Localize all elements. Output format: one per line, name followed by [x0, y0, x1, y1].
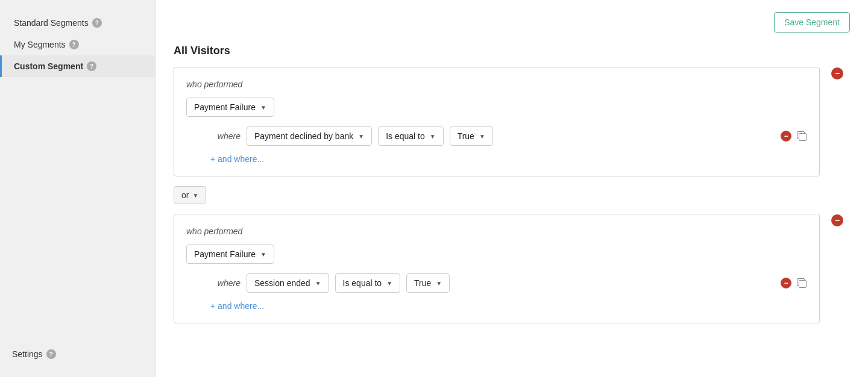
- property-dropdown-2-0[interactable]: Session ended ▼: [247, 273, 329, 293]
- segment-wrapper-2: who performed Payment Failure ▼ where Se…: [174, 214, 820, 323]
- value-dropdown-2-0[interactable]: True ▼: [406, 273, 450, 293]
- sidebar-item-custom-segment[interactable]: Custom Segment ?: [0, 55, 155, 77]
- where-label-2-0: where: [210, 278, 241, 288]
- standard-segments-label: Standard Segments: [14, 18, 89, 28]
- settings-help-icon[interactable]: ?: [46, 349, 56, 359]
- save-segment-button[interactable]: Save Segment: [774, 12, 850, 33]
- sidebar-spacer: [0, 77, 155, 343]
- sidebar-settings[interactable]: Settings ?: [0, 343, 155, 365]
- page-title: All Visitors: [174, 45, 850, 57]
- or-label: or: [181, 190, 189, 200]
- block-remove-icon-1: −: [831, 67, 843, 79]
- standard-segments-help-icon[interactable]: ?: [92, 18, 102, 28]
- property-dropdown-1-0[interactable]: Payment declined by bank ▼: [247, 126, 372, 146]
- where-row-remove-icon-1-0[interactable]: −: [781, 131, 791, 142]
- where-row-copy-icon-1-0[interactable]: [796, 131, 807, 142]
- block-remove-icon-2: −: [831, 214, 843, 226]
- event-dropdown-arrow-2: ▼: [260, 251, 266, 258]
- main-content: Save Segment All Visitors who performed …: [156, 0, 868, 377]
- operator-label-1-0: Is equal to: [386, 131, 425, 141]
- event-dropdown-1[interactable]: Payment Failure ▼: [186, 98, 274, 117]
- event-dropdown-row-2: Payment Failure ▼: [186, 245, 807, 264]
- settings-label: Settings: [12, 349, 43, 359]
- where-row-remove-icon-2-0[interactable]: −: [781, 278, 791, 288]
- who-performed-label-2: who performed: [186, 226, 807, 236]
- block-remove-button-2[interactable]: −: [831, 214, 844, 227]
- sidebar: Standard Segments ? My Segments ? Custom…: [0, 0, 156, 377]
- operator-label-2-0: Is equal to: [343, 278, 382, 288]
- operator-dropdown-arrow-2-0: ▼: [386, 280, 392, 287]
- where-row-2-0: where Session ended ▼ Is equal to ▼ True…: [186, 273, 807, 293]
- value-label-1-0: True: [458, 131, 474, 141]
- where-row-1-0: where Payment declined by bank ▼ Is equa…: [186, 126, 807, 146]
- segment-block-1: who performed Payment Failure ▼ where Pa…: [174, 67, 820, 176]
- property-dropdown-arrow-1-0: ▼: [358, 133, 364, 140]
- sidebar-item-standard-segments[interactable]: Standard Segments ?: [0, 12, 155, 34]
- value-dropdown-1-0[interactable]: True ▼: [450, 126, 493, 146]
- where-label-1-0: where: [210, 131, 241, 141]
- where-row-actions-2-0: −: [781, 278, 807, 288]
- operator-dropdown-arrow-1-0: ▼: [430, 133, 436, 140]
- my-segments-help-icon[interactable]: ?: [69, 40, 79, 49]
- or-row: or ▼: [174, 186, 850, 204]
- segment-wrapper-1: who performed Payment Failure ▼ where Pa…: [174, 67, 820, 176]
- where-row-actions-1-0: −: [781, 131, 807, 142]
- and-where-link-1[interactable]: + and where...: [186, 154, 807, 164]
- event-dropdown-label-1: Payment Failure: [194, 102, 256, 112]
- where-row-copy-icon-2-0[interactable]: [796, 278, 807, 288]
- value-dropdown-arrow-1-0: ▼: [479, 133, 485, 140]
- segment-block-2: who performed Payment Failure ▼ where Se…: [174, 214, 820, 323]
- and-where-link-2[interactable]: + and where...: [186, 301, 807, 311]
- property-label-2-0: Session ended: [254, 278, 310, 288]
- block-actions-1: −: [831, 67, 844, 80]
- sidebar-item-my-segments[interactable]: My Segments ?: [0, 34, 155, 55]
- event-dropdown-label-2: Payment Failure: [194, 249, 256, 259]
- block-remove-button-1[interactable]: −: [831, 67, 844, 80]
- operator-dropdown-2-0[interactable]: Is equal to ▼: [335, 273, 401, 293]
- my-segments-label: My Segments: [14, 40, 66, 49]
- custom-segment-help-icon[interactable]: ?: [87, 61, 96, 71]
- who-performed-label-1: who performed: [186, 79, 807, 89]
- operator-dropdown-1-0[interactable]: Is equal to ▼: [378, 126, 444, 146]
- event-dropdown-2[interactable]: Payment Failure ▼: [186, 245, 274, 264]
- or-button[interactable]: or ▼: [174, 186, 206, 204]
- custom-segment-label: Custom Segment: [14, 61, 83, 71]
- header-row: Save Segment: [174, 12, 850, 33]
- or-dropdown-arrow: ▼: [192, 192, 198, 199]
- event-dropdown-row-1: Payment Failure ▼: [186, 98, 807, 117]
- value-dropdown-arrow-2-0: ▼: [436, 280, 442, 287]
- value-label-2-0: True: [414, 278, 431, 288]
- property-dropdown-arrow-2-0: ▼: [315, 280, 321, 287]
- block-actions-2: −: [831, 214, 844, 227]
- property-label-1-0: Payment declined by bank: [254, 131, 353, 141]
- event-dropdown-arrow-1: ▼: [260, 104, 266, 111]
